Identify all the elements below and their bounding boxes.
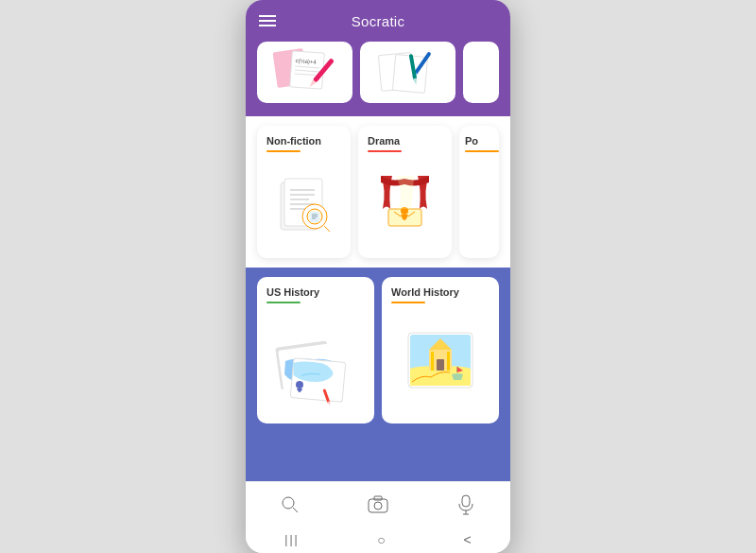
system-bar: ||| ○ < <box>246 527 510 553</box>
poetry-partial-card[interactable]: Po <box>459 126 499 258</box>
middle-section: Non-fiction <box>246 116 510 268</box>
svg-line-27 <box>324 226 330 232</box>
nonfiction-image <box>266 160 341 249</box>
world-history-title: World History <box>391 286 490 298</box>
nav-bar <box>246 481 510 527</box>
menu-icon[interactable] <box>259 15 276 26</box>
math-card-content: c(½a)+4 <box>257 42 352 103</box>
nonfiction-card[interactable]: Non-fiction <box>257 126 351 258</box>
us-history-image <box>266 311 365 414</box>
bottom-cards-row: US History <box>257 277 499 423</box>
system-menu-icon[interactable]: ||| <box>284 533 299 546</box>
system-back-icon[interactable]: < <box>463 532 471 547</box>
us-history-underline <box>266 302 301 303</box>
system-home-icon[interactable]: ○ <box>377 532 385 547</box>
svg-rect-46 <box>447 352 450 371</box>
nonfiction-icon <box>273 171 335 237</box>
writing-card[interactable] <box>360 42 455 103</box>
app-title: Socratic <box>352 13 405 29</box>
drama-icon <box>379 171 431 237</box>
mic-nav-button[interactable] <box>452 491 480 519</box>
poetry-underline <box>465 150 499 152</box>
middle-cards-row: Non-fiction <box>257 126 499 258</box>
drama-underline <box>368 150 402 152</box>
mic-icon <box>458 494 473 515</box>
svg-point-37 <box>296 381 303 389</box>
poetry-title: Po <box>465 135 493 147</box>
us-history-title: US History <box>266 286 365 298</box>
world-history-image <box>391 311 490 414</box>
writing-card-content <box>360 42 455 103</box>
world-history-card[interactable]: World History <box>382 277 499 423</box>
app-header: Socratic <box>246 0 510 42</box>
bottom-section: US History <box>246 268 510 481</box>
svg-rect-53 <box>462 495 470 507</box>
svg-rect-45 <box>431 352 434 371</box>
search-icon <box>281 495 300 514</box>
drama-card[interactable]: Drama <box>358 126 452 258</box>
partial-top-card[interactable] <box>463 42 499 103</box>
us-history-card[interactable]: US History <box>257 277 374 423</box>
world-history-icon <box>403 325 478 401</box>
phone-container: Socratic c(½a)+4 <box>246 0 510 553</box>
drama-image <box>368 160 442 249</box>
svg-point-48 <box>283 497 294 509</box>
world-history-underline <box>391 302 425 303</box>
nonfiction-title: Non-fiction <box>266 135 341 147</box>
camera-nav-button[interactable] <box>364 491 392 519</box>
math-card[interactable]: c(½a)+4 <box>257 42 352 103</box>
nonfiction-underline <box>266 150 301 152</box>
drama-title: Drama <box>368 135 442 147</box>
us-history-icon <box>273 320 358 406</box>
svg-point-51 <box>374 502 382 510</box>
svg-rect-50 <box>369 499 387 512</box>
math-illustration: c(½a)+4 <box>272 46 338 98</box>
writing-illustration <box>375 46 441 98</box>
svg-rect-44 <box>437 359 444 371</box>
search-nav-button[interactable] <box>276 491 304 519</box>
svg-line-49 <box>293 508 298 512</box>
camera-icon <box>368 495 388 514</box>
top-cards-section: c(½a)+4 <box>246 42 510 116</box>
